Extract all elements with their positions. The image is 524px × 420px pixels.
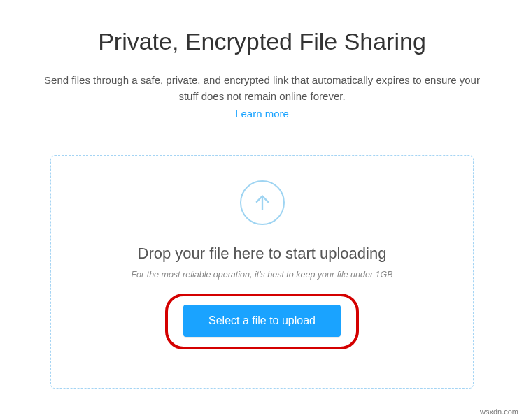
page-description: Send files through a safe, private, and … bbox=[35, 73, 489, 104]
learn-more-link[interactable]: Learn more bbox=[235, 108, 289, 120]
select-file-button[interactable]: Select a file to upload bbox=[183, 305, 341, 337]
file-dropzone[interactable]: Drop your file here to start uploading F… bbox=[50, 155, 474, 389]
page-title: Private, Encrypted File Sharing bbox=[35, 28, 489, 55]
dropzone-hint: For the most reliable operation, it's be… bbox=[65, 270, 459, 280]
watermark-text: wsxdn.com bbox=[480, 407, 518, 416]
page-container: Private, Encrypted File Sharing Send fil… bbox=[0, 0, 524, 403]
annotation-highlight: Select a file to upload bbox=[165, 294, 359, 349]
dropzone-heading: Drop your file here to start uploading bbox=[65, 245, 459, 263]
upload-arrow-icon bbox=[240, 180, 285, 225]
